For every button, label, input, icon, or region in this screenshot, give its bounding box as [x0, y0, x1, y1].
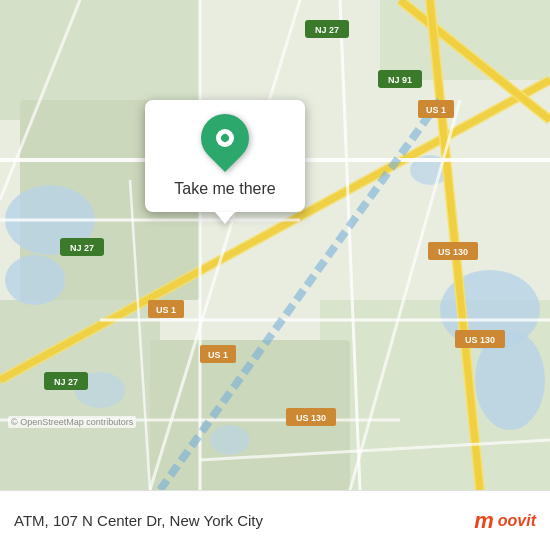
pin-dot	[219, 132, 230, 143]
svg-text:US 1: US 1	[208, 350, 228, 360]
svg-text:NJ 91: NJ 91	[388, 75, 412, 85]
svg-point-13	[210, 425, 250, 455]
svg-text:NJ 27: NJ 27	[54, 377, 78, 387]
bottom-bar: ATM, 107 N Center Dr, New York City m oo…	[0, 490, 550, 550]
location-popup: Take me there	[145, 100, 305, 224]
location-text: ATM, 107 N Center Dr, New York City	[14, 512, 263, 529]
svg-text:NJ 27: NJ 27	[315, 25, 339, 35]
map-attribution: © OpenStreetMap contributors	[8, 416, 136, 428]
svg-text:US 130: US 130	[438, 247, 468, 257]
svg-text:US 1: US 1	[426, 105, 446, 115]
svg-point-8	[5, 255, 65, 305]
svg-text:US 1: US 1	[156, 305, 176, 315]
svg-text:US 130: US 130	[296, 413, 326, 423]
take-me-there-button[interactable]: Take me there	[174, 180, 275, 198]
popup-bubble: Take me there	[145, 100, 305, 212]
popup-tail	[215, 212, 235, 224]
map-pin-icon	[191, 104, 259, 172]
svg-text:NJ 27: NJ 27	[70, 243, 94, 253]
svg-rect-4	[380, 0, 550, 80]
moovit-m-letter: m	[474, 508, 494, 534]
svg-text:US 130: US 130	[465, 335, 495, 345]
moovit-wordmark: oovit	[498, 512, 536, 530]
map-container: NJ 27 NJ 91 US 1 NJ 27 US 1 US 130 NJ 27…	[0, 0, 550, 490]
moovit-logo: m oovit	[474, 508, 536, 534]
